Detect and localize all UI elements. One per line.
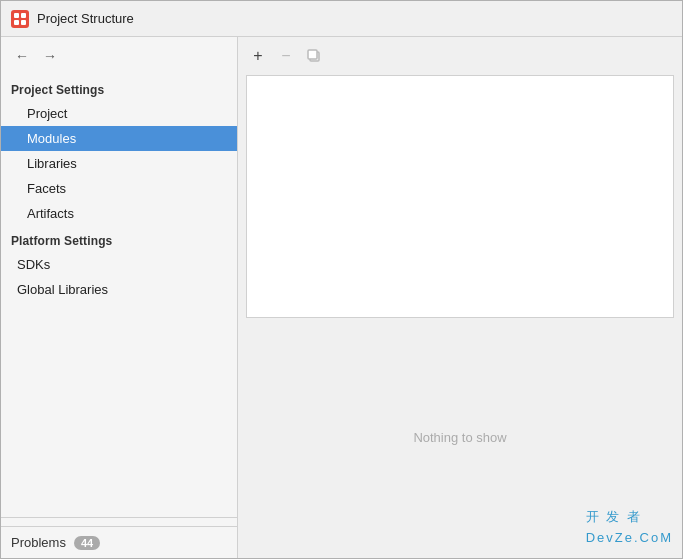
- problems-label: Problems: [11, 535, 66, 550]
- svg-rect-1: [21, 13, 26, 18]
- modules-panel: [246, 75, 674, 318]
- sidebar-item-project[interactable]: Project: [1, 101, 237, 126]
- sidebar-item-libraries[interactable]: Libraries: [1, 151, 237, 176]
- app-icon: [11, 10, 29, 28]
- nothing-to-show-text: Nothing to show: [413, 430, 506, 445]
- sidebar-item-artifacts[interactable]: Artifacts: [1, 201, 237, 226]
- svg-rect-3: [21, 20, 26, 25]
- svg-rect-2: [14, 20, 19, 25]
- remove-button[interactable]: −: [274, 44, 298, 68]
- watermark: 开 发 者 DevZe.CoM: [586, 507, 673, 549]
- sidebar-item-global-libraries[interactable]: Global Libraries: [1, 277, 237, 302]
- back-arrow[interactable]: ←: [11, 46, 33, 66]
- svg-rect-0: [14, 13, 19, 18]
- problems-section[interactable]: Problems 44: [1, 526, 237, 558]
- copy-button[interactable]: [302, 44, 326, 68]
- window-title: Project Structure: [37, 11, 134, 26]
- sidebar-item-sdks[interactable]: SDKs: [1, 252, 237, 277]
- title-bar: Project Structure: [1, 1, 682, 37]
- sidebar-item-facets[interactable]: Facets: [1, 176, 237, 201]
- forward-arrow[interactable]: →: [39, 46, 61, 66]
- svg-rect-5: [308, 50, 317, 59]
- add-button[interactable]: +: [246, 44, 270, 68]
- sidebar-divider: [1, 517, 237, 518]
- platform-settings-label: Platform Settings: [1, 226, 237, 252]
- sidebar: ← → Project Settings Project Modules Lib…: [1, 37, 238, 558]
- problems-badge: 44: [74, 536, 100, 550]
- project-settings-label: Project Settings: [1, 75, 237, 101]
- sidebar-item-modules[interactable]: Modules: [1, 126, 237, 151]
- main-content: + − Nothing to show: [238, 37, 682, 558]
- nav-arrows: ← →: [1, 37, 237, 75]
- toolbar: + −: [238, 37, 682, 75]
- content-area: ← → Project Settings Project Modules Lib…: [1, 37, 682, 558]
- project-structure-window: Project Structure ← → Project Settings P…: [0, 0, 683, 559]
